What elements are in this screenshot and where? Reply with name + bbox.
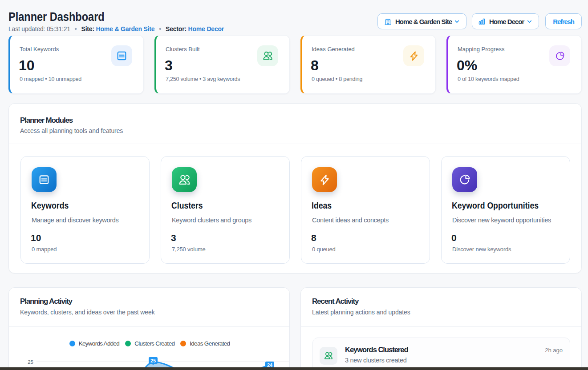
svg-text:25: 25: [150, 358, 156, 363]
svg-text:25: 25: [28, 359, 33, 365]
svg-text:24: 24: [267, 362, 273, 368]
